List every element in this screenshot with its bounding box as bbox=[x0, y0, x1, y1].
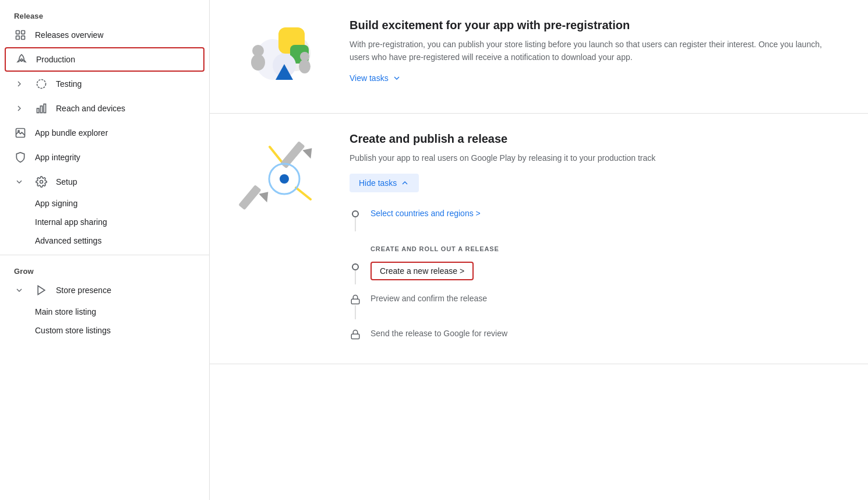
sidebar-sub-item-label: App signing bbox=[35, 199, 77, 208]
release-section-label: Release bbox=[0, 5, 209, 23]
send-review-text: Send the release to Google for review bbox=[371, 329, 507, 338]
task-circle bbox=[352, 263, 359, 270]
sidebar-item-label: App integrity bbox=[35, 153, 80, 162]
view-tasks-button[interactable]: View tasks bbox=[350, 73, 401, 83]
sidebar-divider bbox=[0, 255, 209, 255]
sidebar-item-app-bundle-explorer[interactable]: App bundle explorer bbox=[0, 121, 209, 145]
task-item-send-review: Send the release to Google for review bbox=[350, 324, 840, 345]
sidebar-item-label: Testing bbox=[56, 79, 82, 89]
svg-rect-8 bbox=[44, 104, 45, 113]
lock-icon bbox=[350, 329, 361, 340]
sidebar-item-label: Setup bbox=[56, 177, 77, 186]
sidebar-item-label: Production bbox=[36, 55, 75, 64]
svg-rect-2 bbox=[16, 36, 20, 40]
svg-point-11 bbox=[40, 181, 43, 184]
sidebar-item-app-integrity[interactable]: App integrity bbox=[0, 145, 209, 170]
task-item-create-release: Create a new release > bbox=[350, 257, 840, 289]
svg-rect-3 bbox=[22, 36, 25, 40]
sidebar-sub-item-custom-store-listings[interactable]: Custom store listings bbox=[0, 321, 209, 340]
sidebar-sub-item-label: Custom store listings bbox=[35, 326, 111, 335]
chevron-down-icon bbox=[14, 285, 24, 295]
publish-desc: Publish your app to real users on Google… bbox=[350, 152, 840, 164]
chevron-down-icon bbox=[392, 73, 401, 83]
task-circle bbox=[352, 210, 359, 217]
svg-point-31 bbox=[282, 177, 287, 181]
sidebar-sub-item-app-signing[interactable]: App signing bbox=[0, 194, 209, 213]
create-new-release-button[interactable]: Create a new release > bbox=[371, 262, 474, 280]
lock-icon bbox=[350, 294, 361, 305]
svg-rect-1 bbox=[22, 31, 25, 34]
task-item-select-countries: Select countries and regions > bbox=[350, 204, 840, 236]
sidebar-item-setup[interactable]: Setup bbox=[0, 170, 209, 194]
preregistration-title: Build excitement for your app with pre-r… bbox=[350, 19, 840, 32]
sidebar-item-production[interactable]: Production bbox=[5, 47, 204, 72]
image-icon bbox=[14, 126, 27, 139]
svg-rect-7 bbox=[40, 106, 42, 113]
main-content: Build excitement for your app with pre-r… bbox=[210, 0, 868, 500]
sidebar-item-testing[interactable]: Testing bbox=[0, 72, 209, 96]
task-connector-line bbox=[355, 305, 356, 319]
view-tasks-label: View tasks bbox=[350, 73, 389, 83]
preregistration-illustration bbox=[238, 19, 331, 94]
svg-point-10 bbox=[18, 131, 19, 132]
svg-point-4 bbox=[20, 59, 22, 61]
preregistration-card: Build excitement for your app with pre-r… bbox=[210, 0, 868, 114]
sidebar-item-store-presence[interactable]: Store presence bbox=[0, 278, 209, 302]
svg-point-20 bbox=[251, 54, 265, 71]
grid-icon bbox=[14, 29, 27, 41]
svg-rect-32 bbox=[351, 300, 359, 304]
sidebar-sub-item-label: Main store listing bbox=[35, 307, 96, 316]
create-roll-out-section-label: CREATE AND ROLL OUT A RELEASE bbox=[350, 236, 840, 257]
sidebar-item-releases-overview[interactable]: Releases overview bbox=[0, 23, 209, 47]
publish-card: Create and publish a release Publish you… bbox=[210, 114, 868, 364]
hide-tasks-label: Hide tasks bbox=[359, 178, 397, 188]
publish-title: Create and publish a release bbox=[350, 132, 840, 146]
svg-line-23 bbox=[270, 147, 281, 161]
select-countries-link[interactable]: Select countries and regions > bbox=[371, 209, 481, 218]
svg-point-5 bbox=[37, 80, 46, 89]
hide-tasks-button[interactable]: Hide tasks bbox=[350, 174, 419, 192]
sidebar-item-label: App bundle explorer bbox=[35, 128, 108, 138]
preregistration-desc: With pre-registration, you can publish y… bbox=[350, 38, 840, 64]
chevron-right-icon bbox=[14, 79, 24, 89]
task-connector-line bbox=[355, 270, 356, 284]
chevron-up-icon bbox=[400, 178, 410, 188]
preview-confirm-text: Preview and confirm the release bbox=[371, 294, 487, 303]
sidebar: Release Releases overview Production bbox=[0, 0, 210, 500]
chevron-down-icon bbox=[14, 177, 24, 187]
svg-line-24 bbox=[296, 188, 310, 199]
gear-icon bbox=[35, 175, 48, 188]
grow-section-label: Grow bbox=[0, 260, 209, 278]
sidebar-item-label: Store presence bbox=[56, 286, 111, 295]
task-item-preview-confirm: Preview and confirm the release bbox=[350, 289, 840, 324]
sidebar-item-reach-devices[interactable]: Reach and devices bbox=[0, 96, 209, 121]
sidebar-sub-item-label: Internal app sharing bbox=[35, 217, 107, 227]
publish-illustration bbox=[238, 132, 331, 220]
play-icon bbox=[35, 284, 48, 297]
shield-icon bbox=[14, 151, 27, 164]
sidebar-sub-item-main-store-listing[interactable]: Main store listing bbox=[0, 302, 209, 321]
svg-rect-33 bbox=[351, 334, 359, 339]
rocket-icon bbox=[15, 53, 28, 66]
task-connector-line bbox=[355, 217, 356, 231]
svg-rect-6 bbox=[37, 108, 39, 113]
sidebar-sub-item-label: Advanced settings bbox=[35, 236, 101, 245]
bar-chart-icon bbox=[35, 102, 48, 115]
publish-content: Create and publish a release Publish you… bbox=[350, 132, 840, 345]
svg-point-22 bbox=[299, 59, 310, 73]
circle-dashed-icon bbox=[35, 78, 48, 90]
svg-marker-12 bbox=[38, 286, 45, 295]
task-list: Select countries and regions > CREATE AN… bbox=[350, 204, 840, 345]
svg-rect-0 bbox=[16, 31, 20, 34]
sidebar-sub-item-internal-app-sharing[interactable]: Internal app sharing bbox=[0, 213, 209, 231]
sidebar-sub-item-advanced-settings[interactable]: Advanced settings bbox=[0, 231, 209, 250]
preregistration-content: Build excitement for your app with pre-r… bbox=[350, 19, 840, 83]
svg-rect-27 bbox=[238, 185, 262, 210]
sidebar-item-label: Releases overview bbox=[35, 30, 104, 40]
chevron-right-icon bbox=[14, 103, 24, 114]
sidebar-item-label: Reach and devices bbox=[56, 104, 125, 113]
